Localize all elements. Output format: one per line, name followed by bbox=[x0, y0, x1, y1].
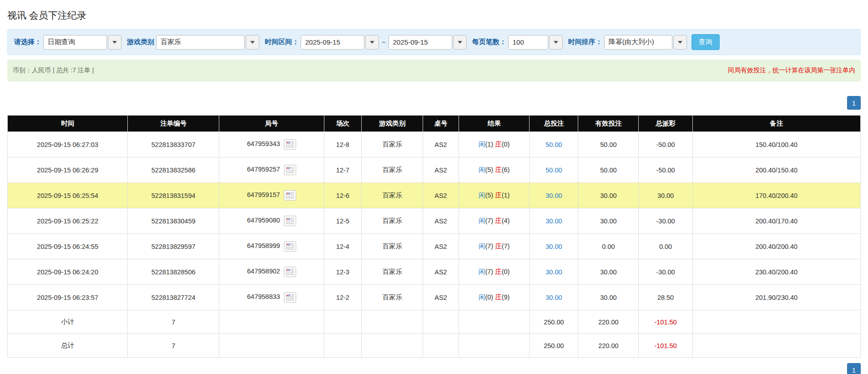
header-session: 场次 bbox=[324, 116, 362, 132]
table-footer: 小计 7 250.00 220.00 -101.50 总计 7 bbox=[8, 310, 861, 358]
query-type-dropdown-button[interactable] bbox=[108, 35, 121, 50]
banker-result-count: (6) bbox=[502, 166, 510, 173]
cell-time: 2025-09-15 06:27:03 bbox=[8, 132, 128, 157]
table-row: 2025-09-15 06:24:20 522813828506 6479589… bbox=[8, 259, 861, 285]
header-total-bet: 总投注 bbox=[530, 116, 578, 132]
chevron-down-icon bbox=[458, 41, 462, 44]
roadmap-button[interactable] bbox=[284, 241, 296, 252]
roadmap-button[interactable] bbox=[284, 292, 296, 303]
date-from-dropdown-button[interactable] bbox=[365, 35, 379, 50]
cell-bet-id: 522813829597 bbox=[128, 234, 219, 259]
cell-result: 闲(7) 庄(0) bbox=[459, 259, 530, 285]
cell-round-id: 647958833 bbox=[219, 285, 324, 310]
roadmap-button[interactable] bbox=[284, 139, 296, 150]
total-payout: -101.50 bbox=[639, 334, 692, 358]
page-size-dropdown-button[interactable] bbox=[549, 35, 563, 50]
cell-total-bet: 50.00 bbox=[530, 132, 578, 157]
cell-game-type: 百家乐 bbox=[362, 234, 423, 259]
header-time: 时间 bbox=[8, 116, 128, 132]
header-valid-bet: 有效投注 bbox=[578, 116, 639, 132]
round-id-text: 647959257 bbox=[247, 166, 280, 173]
cell-table-no: AS2 bbox=[423, 183, 459, 208]
cell-session: 12-4 bbox=[324, 234, 362, 259]
pagination-bottom: 1 bbox=[7, 363, 861, 374]
table-row: 2025-09-15 06:25:22 522813830459 6479590… bbox=[8, 208, 861, 234]
player-result-count: (5) bbox=[485, 166, 493, 173]
roadmap-icon bbox=[286, 243, 293, 249]
cell-game-type: 百家乐 bbox=[362, 208, 423, 234]
select-label: 请选择： bbox=[14, 38, 41, 46]
roadmap-button[interactable] bbox=[284, 190, 296, 201]
cell-table-no: AS2 bbox=[423, 208, 459, 234]
chevron-down-icon bbox=[678, 41, 682, 44]
total-bet-link[interactable]: 50.00 bbox=[545, 141, 562, 148]
player-result-label: 闲 bbox=[479, 217, 485, 224]
cell-payout: 0.00 bbox=[639, 234, 692, 259]
cell-payout: -50.00 bbox=[639, 157, 692, 183]
cell-valid-bet: 50.00 bbox=[578, 132, 639, 157]
cell-total-bet: 30.00 bbox=[530, 234, 578, 259]
date-from-combo bbox=[301, 35, 379, 50]
page-size-input[interactable] bbox=[508, 35, 548, 50]
date-from-input[interactable] bbox=[301, 35, 364, 50]
round-id-text: 647959157 bbox=[247, 191, 280, 198]
total-bet-link[interactable]: 50.00 bbox=[545, 167, 562, 174]
roadmap-button[interactable] bbox=[284, 267, 296, 277]
roadmap-icon bbox=[286, 142, 293, 147]
cell-valid-bet: 30.00 bbox=[578, 208, 639, 234]
cell-round-id: 647958999 bbox=[219, 234, 324, 259]
banker-result-count: (1) bbox=[502, 192, 510, 199]
page-1-button[interactable]: 1 bbox=[847, 363, 861, 374]
total-total-bet: 250.00 bbox=[530, 334, 578, 358]
cell-note: 150.40/100.40 bbox=[692, 132, 860, 157]
cell-round-id: 647959157 bbox=[219, 183, 324, 208]
cell-valid-bet: 30.00 bbox=[578, 183, 639, 208]
page-1-button[interactable]: 1 bbox=[847, 96, 861, 110]
game-type-combo bbox=[156, 35, 259, 50]
table-row: 2025-09-15 06:23:57 522813827724 6479588… bbox=[8, 285, 861, 310]
query-type-input[interactable] bbox=[43, 35, 107, 50]
cell-result: 闲(0) 庄(9) bbox=[459, 285, 530, 310]
sort-dropdown-button[interactable] bbox=[673, 35, 687, 50]
cell-total-bet: 30.00 bbox=[530, 285, 578, 310]
banker-result-label: 庄 bbox=[495, 166, 502, 173]
total-bet-link[interactable]: 30.00 bbox=[545, 217, 562, 225]
cell-note: 200.40/150.40 bbox=[692, 157, 860, 183]
valid-bet-notice: 同局有效投注，统一计算在该局第一张注单内 bbox=[728, 66, 855, 75]
total-bet-link[interactable]: 30.00 bbox=[545, 243, 562, 250]
date-to-dropdown-button[interactable] bbox=[453, 35, 467, 50]
search-button[interactable]: 查询 bbox=[691, 34, 720, 50]
cell-round-id: 647959257 bbox=[219, 157, 324, 183]
roadmap-button[interactable] bbox=[284, 216, 296, 226]
game-type-dropdown-button[interactable] bbox=[246, 35, 259, 50]
subtotal-label: 小计 bbox=[8, 310, 128, 334]
total-bet-link[interactable]: 30.00 bbox=[545, 294, 562, 301]
subtotal-valid-bet: 220.00 bbox=[578, 310, 639, 334]
cell-game-type: 百家乐 bbox=[362, 183, 423, 208]
cell-round-id: 647959343 bbox=[219, 132, 324, 157]
player-result-count: (7) bbox=[485, 217, 493, 224]
banker-result-count: (7) bbox=[502, 243, 510, 250]
game-type-input[interactable] bbox=[156, 35, 245, 50]
total-valid-bet: 220.00 bbox=[578, 334, 639, 358]
player-result-label: 闲 bbox=[479, 243, 485, 250]
cell-valid-bet: 50.00 bbox=[578, 157, 639, 183]
roadmap-button[interactable] bbox=[284, 165, 296, 175]
cell-note: 200.40/170.40 bbox=[692, 208, 860, 234]
cell-result: 闲(5) 庄(6) bbox=[459, 157, 530, 183]
banker-result-label: 庄 bbox=[495, 243, 502, 250]
total-bet-link[interactable]: 30.00 bbox=[545, 192, 562, 199]
total-bet-link[interactable]: 30.00 bbox=[545, 268, 562, 276]
cell-table-no: AS2 bbox=[423, 285, 459, 310]
cell-time: 2025-09-15 06:26:29 bbox=[8, 157, 128, 183]
banker-result-count: (9) bbox=[502, 293, 510, 301]
date-to-input[interactable] bbox=[389, 35, 452, 50]
subtotal-total-bet: 250.00 bbox=[530, 310, 578, 334]
banker-result-label: 庄 bbox=[495, 141, 502, 148]
cell-session: 12-2 bbox=[324, 285, 362, 310]
sort-input[interactable] bbox=[604, 35, 672, 50]
roadmap-icon bbox=[286, 269, 293, 275]
table-body: 2025-09-15 06:27:03 522813833707 6479593… bbox=[8, 132, 861, 310]
cell-time: 2025-09-15 06:25:54 bbox=[8, 183, 128, 208]
round-id-text: 647958833 bbox=[247, 293, 280, 300]
